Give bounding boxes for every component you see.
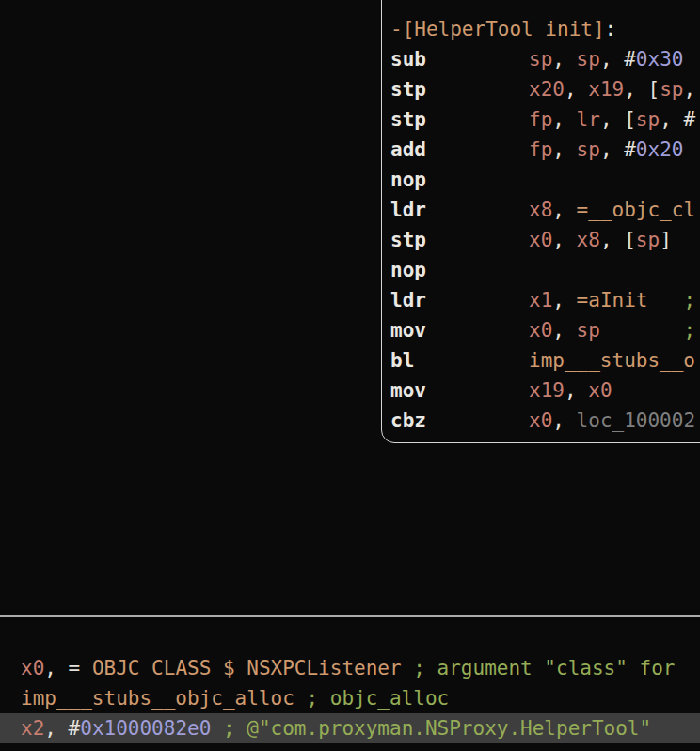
token-com: ; argument "class" for [413, 657, 675, 679]
asm-line[interactable]: -[HelperTool init]: [390, 14, 695, 44]
token-sym: _OBJC_CLASS_$_NSXPCListener [80, 657, 401, 679]
token-reg: x2 [21, 717, 44, 740]
method-label: x0, =_OBJC_CLASS_$_NSXPCListener ; argum… [21, 657, 675, 679]
token-sym: imp___stubs__o [529, 349, 695, 372]
token-pun: : [605, 18, 617, 40]
operands: x0, x8, [sp] [529, 229, 672, 251]
mnemonic: stp [390, 225, 529, 255]
token-pun: , [600, 138, 624, 161]
asm-line[interactable]: nop [390, 255, 695, 285]
token-imm: 0x20 [636, 138, 684, 161]
asm-line[interactable]: imp___stubs__objc_alloc ; objc_alloc [0, 683, 700, 713]
token-com: ; [683, 289, 695, 312]
token-imm: 0x30 [636, 48, 684, 71]
token-sym: -[HelperTool init] [390, 18, 605, 40]
token-pun: # [69, 717, 81, 740]
token-pun [647, 289, 683, 312]
token-reg: x20 [529, 78, 565, 101]
asm-line[interactable]: stpx0, x8, [sp] [390, 225, 695, 255]
token-pun [600, 319, 684, 342]
token-pun: , [44, 657, 68, 679]
token-pun: , [683, 78, 695, 101]
token-reg: fp [529, 108, 552, 131]
token-pun: , [552, 409, 576, 432]
asm-line[interactable]: cbzx0, loc_100002 [390, 406, 695, 436]
token-pun: , [660, 108, 683, 131]
token-pun: # [683, 108, 695, 131]
token-pun: , [565, 379, 588, 402]
panel-code-listing: -[HelperTool init]:subsp, sp, #0x30stpx2… [390, 14, 695, 436]
token-sym: imp___stubs__objc_alloc [21, 687, 294, 710]
asm-line[interactable]: stpfp, lr, [sp, # [390, 104, 695, 135]
operands: x0, sp ; [529, 319, 695, 342]
asm-line[interactable]: movx0, sp ; [390, 315, 695, 345]
token-pun: , [552, 48, 576, 71]
token-sym: =__objc_cl [577, 199, 695, 221]
token-pun: , [565, 78, 588, 101]
token-pun: = [69, 657, 81, 679]
token-com: ; @"com.proxyman.NSProxy.HelperTool" [223, 717, 651, 740]
token-imm: 0x1000082e0 [80, 717, 211, 740]
mnemonic: bl [390, 345, 529, 376]
token-pun: , [552, 108, 576, 131]
token-pun: , [552, 229, 576, 251]
token-pun: # [624, 48, 636, 71]
token-reg: x0 [588, 379, 612, 402]
operands: x19, x0 [529, 379, 612, 402]
asm-line[interactable]: addfp, sp, #0x20 [390, 135, 695, 165]
token-reg: x1 [529, 289, 552, 312]
mnemonic: nop [390, 165, 529, 195]
token-pun: , [624, 78, 647, 101]
token-pun [402, 657, 414, 679]
token-reg: x0 [21, 657, 44, 679]
operands: x0, loc_100002 [529, 409, 695, 432]
disassembly-preview-panel: -[HelperTool init]:subsp, sp, #0x30stpx2… [381, 0, 700, 443]
token-com: ; [683, 319, 695, 342]
mnemonic: stp [390, 74, 529, 104]
token-reg: x0 [529, 229, 552, 251]
mnemonic: cbz [390, 406, 529, 436]
token-reg: sp [577, 319, 600, 342]
token-pun: , [552, 138, 576, 161]
main-disassembly-view: x0, =_OBJC_CLASS_$_NSXPCListener ; argum… [0, 653, 700, 743]
mnemonic: add [390, 135, 529, 165]
token-reg: lr [577, 108, 600, 131]
asm-line[interactable]: ldrx8, =__objc_cl [390, 195, 695, 225]
mnemonic: stp [390, 104, 529, 135]
token-pun: , [44, 717, 68, 740]
token-reg: x8 [529, 199, 552, 221]
token-pun: , [600, 48, 624, 71]
asm-line[interactable]: x0, =_OBJC_CLASS_$_NSXPCListener ; argum… [0, 653, 700, 683]
token-pun: , [600, 108, 624, 131]
token-reg: x8 [577, 229, 600, 251]
method-label: imp___stubs__objc_alloc ; objc_alloc [21, 687, 449, 710]
mnemonic: nop [390, 255, 529, 285]
token-pun: , [552, 319, 576, 342]
method-label: -[HelperTool init]: [390, 18, 616, 40]
token-pun [294, 687, 307, 710]
token-com: ; objc_alloc [306, 687, 449, 710]
token-reg: fp [529, 138, 552, 161]
method-label: x2, #0x1000082e0 ; @"com.proxyman.NSProx… [21, 717, 651, 740]
operands: x1, =aInit ; [529, 289, 695, 312]
asm-line[interactable]: ldrx1, =aInit ; [390, 285, 695, 315]
token-pun: [ [647, 78, 660, 101]
operands: fp, sp, #0x20 [529, 138, 683, 161]
asm-line[interactable]: stpx20, x19, [sp, [390, 74, 695, 104]
token-reg: x19 [529, 379, 565, 402]
asm-line[interactable]: movx19, x0 [390, 376, 695, 406]
asm-line-selected[interactable]: x2, #0x1000082e0 ; @"com.proxyman.NSProx… [0, 713, 700, 743]
token-reg: sp [636, 229, 660, 251]
asm-line[interactable]: subsp, sp, #0x30 [390, 44, 695, 74]
operands: sp, sp, #0x30 [529, 48, 683, 71]
token-reg: sp [577, 138, 600, 161]
pane-divider[interactable] [0, 615, 700, 617]
token-reg: x19 [588, 78, 624, 101]
token-reg: sp [577, 48, 600, 71]
token-pun: , [600, 229, 624, 251]
asm-line[interactable]: nop [390, 165, 695, 195]
operands: fp, lr, [sp, # [529, 108, 695, 131]
asm-line[interactable]: blimp___stubs__o [390, 345, 695, 376]
operands: imp___stubs__o [529, 349, 695, 372]
mnemonic: sub [390, 44, 529, 74]
